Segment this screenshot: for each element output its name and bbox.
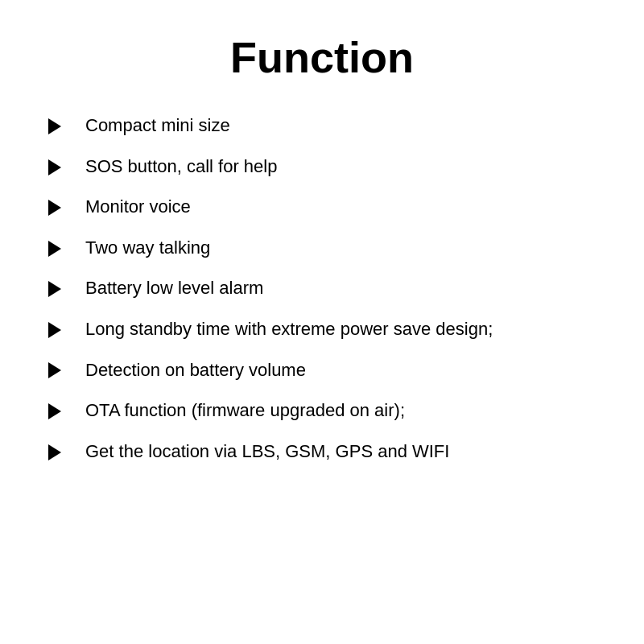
list-item: Detection on battery volume [48, 359, 596, 382]
list-item: Monitor voice [48, 196, 596, 219]
feature-text: Compact mini size [85, 114, 230, 138]
feature-text: Long standby time with extreme power sav… [85, 318, 493, 341]
feature-text: Detection on battery volume [85, 359, 306, 382]
feature-text: Get the location via LBS, GSM, GPS and W… [85, 440, 449, 464]
arrow-icon [48, 321, 71, 338]
arrow-icon [48, 199, 71, 216]
arrow-icon [48, 280, 71, 297]
list-item: OTA function (firmware upgraded on air); [48, 399, 596, 423]
arrow-icon [48, 402, 71, 419]
feature-text: Monitor voice [85, 196, 191, 219]
feature-list: Compact mini sizeSOS button, call for he… [48, 114, 596, 463]
feature-text: Battery low level alarm [85, 277, 263, 300]
list-item: Two way talking [48, 237, 596, 260]
feature-text: OTA function (firmware upgraded on air); [85, 399, 405, 423]
list-item: SOS button, call for help [48, 155, 596, 179]
arrow-icon [48, 239, 71, 256]
list-item: Compact mini size [48, 114, 596, 138]
feature-text: Two way talking [85, 237, 210, 260]
arrow-icon [48, 361, 71, 378]
list-item: Long standby time with extreme power sav… [48, 318, 596, 341]
list-item: Battery low level alarm [48, 277, 596, 300]
page-title: Function [48, 32, 596, 82]
arrow-icon [48, 158, 71, 175]
arrow-icon [48, 118, 71, 134]
page-container: Function Compact mini sizeSOS button, ca… [0, 0, 644, 644]
feature-text: SOS button, call for help [85, 155, 277, 179]
arrow-icon [48, 443, 71, 460]
list-item: Get the location via LBS, GSM, GPS and W… [48, 440, 596, 464]
